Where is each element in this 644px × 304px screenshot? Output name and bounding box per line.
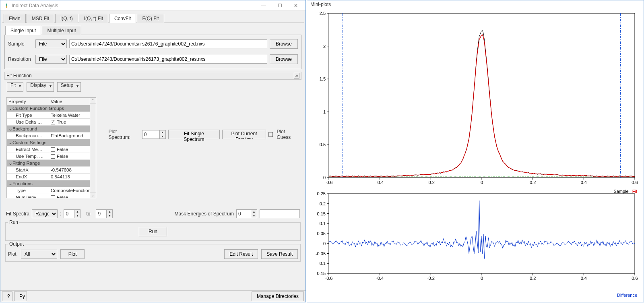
minimize-button[interactable]: —: [256, 1, 272, 10]
svg-text:0: 0: [323, 241, 326, 246]
prop-numderiv-value[interactable]: False: [49, 194, 96, 199]
plot-mode-select[interactable]: All: [21, 250, 57, 259]
tab-msd-fit[interactable]: MSD Fit: [27, 14, 54, 23]
fit-function-header: Fit Function ▱: [4, 72, 301, 80]
prop-type-label: Type: [7, 187, 49, 194]
svg-text:-0.15: -0.15: [316, 271, 326, 276]
tab-iqt-fit[interactable]: I(Q, t) Fit: [79, 14, 108, 23]
plot-button[interactable]: Plot: [60, 249, 85, 259]
svg-text:2.5: 2.5: [320, 11, 326, 16]
property-table[interactable]: Property Value ⌄Custom Function Groups F…: [6, 97, 96, 198]
analysis-tabstrip: Elwin MSD Fit I(Q, t) I(Q, t) Fit ConvFi…: [2, 12, 304, 23]
close-button[interactable]: ✕: [288, 1, 304, 10]
setup-dropdown-button[interactable]: Setup: [57, 82, 81, 92]
run-button[interactable]: Run: [139, 227, 167, 236]
run-group: Run Run: [5, 222, 301, 241]
help-button[interactable]: ?: [2, 292, 12, 301]
prop-endx-value[interactable]: 0.544113: [49, 174, 96, 180]
fit-single-spectrum-button[interactable]: Fit Single Spectrum: [168, 130, 220, 139]
spin-up-icon[interactable]: ▲: [160, 130, 165, 134]
single-input-panel: Sample File Browse Resolution File Brows…: [4, 35, 301, 69]
prop-endx-label: EndX: [7, 174, 49, 180]
manage-directories-button[interactable]: Manage Directories: [252, 292, 304, 301]
prop-extract-me-label: Extract Me…: [7, 146, 49, 153]
spin-down-icon[interactable]: ▼: [160, 134, 165, 139]
checkbox-icon[interactable]: [51, 154, 55, 159]
checkbox-icon[interactable]: [51, 147, 55, 152]
edit-result-button[interactable]: Edit Result: [224, 249, 258, 259]
prop-startx-label: StartX: [7, 167, 49, 174]
svg-text:-0.1: -0.1: [318, 261, 326, 266]
prop-use-temp-label: Use Temp. …: [7, 153, 49, 160]
tab-fq-fit[interactable]: F(Q) Fit: [137, 14, 164, 23]
prop-background-label: Backgroun…: [7, 132, 49, 139]
group-fitting-range[interactable]: ⌄Fitting Range: [7, 160, 96, 167]
save-result-button[interactable]: Save Result: [261, 249, 298, 259]
group-custom-settings[interactable]: ⌄Custom Settings: [7, 139, 96, 146]
svg-text:-0.2: -0.2: [427, 180, 435, 185]
svg-text:1: 1: [323, 110, 326, 114]
plot-spectrum-spinner[interactable]: 0 ▲▼: [142, 130, 166, 139]
prop-type-value[interactable]: CompositeFunction: [49, 187, 96, 194]
fit-spectra-mode-select[interactable]: Range: [32, 209, 58, 218]
mini-plots-panel: Mini-plots -0.6-0.4-0.200.20.40.600.511.…: [307, 0, 644, 302]
mini-plots-title: Mini-plots: [307, 0, 644, 8]
popout-icon[interactable]: ▱: [294, 73, 299, 79]
svg-text:0: 0: [323, 175, 326, 180]
tab-single-input[interactable]: Single Input: [5, 26, 41, 35]
maximize-button[interactable]: ☐: [272, 1, 288, 10]
mask-spectrum-spinner[interactable]: 0▲▼: [236, 209, 257, 218]
scroll-up-icon[interactable]: ⌃: [90, 98, 96, 103]
svg-text:0.6: 0.6: [632, 180, 638, 185]
col-value: Value: [49, 98, 96, 105]
mask-energies-input[interactable]: [260, 209, 300, 218]
fit-spectra-from-spinner[interactable]: 0▲▼: [64, 209, 80, 218]
tab-elwin[interactable]: Elwin: [4, 14, 26, 23]
resolution-label: Resolution: [8, 56, 33, 62]
plot-current-preview-button[interactable]: Plot Current Preview: [222, 130, 266, 139]
prop-use-delta-label: Use Delta …: [7, 119, 49, 126]
scroll-down-icon[interactable]: ⌄: [90, 192, 96, 198]
app-icon: [4, 3, 9, 8]
prop-background-value[interactable]: FlatBackground: [49, 132, 96, 139]
input-subtabstrip: Single Input Multiple Input: [4, 25, 301, 35]
resolution-path-input[interactable]: [69, 55, 267, 64]
scrollbar[interactable]: ⌃ ⌄: [90, 98, 96, 198]
sample-mode-select[interactable]: File: [35, 39, 67, 48]
output-title: Output: [8, 241, 25, 247]
py-button[interactable]: Py: [14, 292, 27, 301]
sample-browse-button[interactable]: Browse: [270, 39, 298, 49]
prop-startx-value[interactable]: -0.547608: [49, 167, 96, 174]
prop-extract-me-value[interactable]: False: [49, 146, 96, 153]
plot2-legend: Difference: [615, 293, 637, 298]
sample-label: Sample: [8, 41, 33, 47]
col-property: Property: [7, 98, 49, 105]
svg-text:0: 0: [481, 276, 483, 281]
resolution-browse-button[interactable]: Browse: [270, 54, 298, 64]
prop-use-temp-value[interactable]: False: [49, 153, 96, 160]
svg-text:0.6: 0.6: [632, 276, 638, 281]
prop-use-delta-value[interactable]: True: [49, 119, 96, 126]
prop-fit-type-value[interactable]: Teixeira Water: [49, 112, 96, 119]
tab-iqt[interactable]: I(Q, t): [55, 14, 78, 23]
plot-guess-checkbox[interactable]: [268, 132, 273, 137]
group-functions[interactable]: ⌄Functions: [7, 180, 96, 187]
resolution-mode-select[interactable]: File: [35, 55, 67, 64]
checkbox-icon[interactable]: [51, 195, 55, 198]
checkbox-icon[interactable]: [51, 120, 55, 124]
svg-rect-1: [329, 13, 635, 178]
difference-plot: -0.6-0.4-0.200.20.40.6-0.15-0.1-0.0500.0…: [309, 190, 640, 291]
fit-dropdown-button[interactable]: Fit: [7, 82, 23, 92]
plot-guess-label: Plot Guess: [277, 129, 300, 140]
tab-multiple-input[interactable]: Multiple Input: [42, 26, 81, 35]
group-custom-function[interactable]: ⌄Custom Function Groups: [7, 105, 96, 112]
tab-convfit[interactable]: ConvFit: [109, 14, 136, 23]
svg-text:0.25: 0.25: [317, 191, 326, 196]
sample-path-input[interactable]: [69, 39, 267, 48]
fit-spectra-to-spinner[interactable]: 9▲▼: [96, 209, 113, 218]
group-background[interactable]: ⌄Background: [7, 126, 96, 132]
prop-numderiv-label: NumDeriv: [7, 194, 49, 199]
sample-fit-plot: -0.6-0.4-0.200.20.40.600.511.522.5 Sampl…: [309, 10, 640, 187]
display-dropdown-button[interactable]: Display: [27, 82, 54, 92]
svg-text:0.15: 0.15: [317, 211, 326, 216]
